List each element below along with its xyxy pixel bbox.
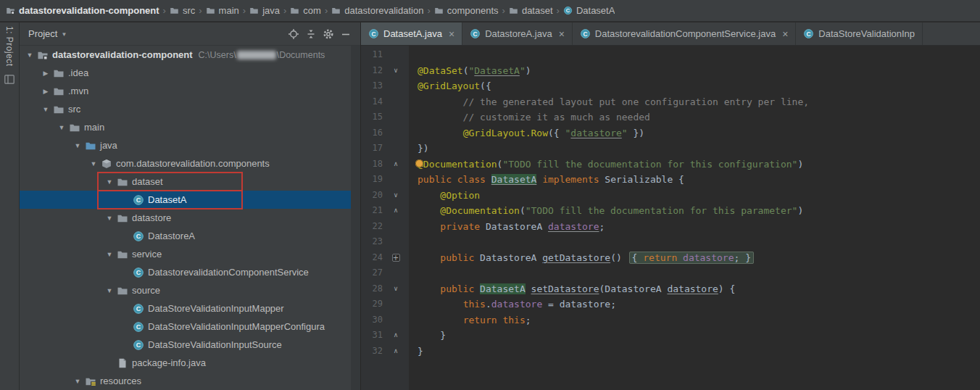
chevron-expanded-icon[interactable]: ▼: [23, 51, 36, 59]
code-text: public DatasetA setDatastore(DatastoreA …: [409, 281, 735, 297]
fold-marker-icon[interactable]: ∧: [383, 203, 409, 219]
chevron-expanded-icon[interactable]: ▼: [103, 178, 116, 186]
class-icon: C: [132, 194, 145, 206]
tree-row-resources[interactable]: ▼resources: [20, 372, 360, 390]
fold-gutter: [383, 109, 409, 125]
tree-row-service[interactable]: ▼service: [20, 245, 360, 263]
close-icon[interactable]: ×: [782, 28, 788, 40]
chevron-expanded-icon[interactable]: ▼: [103, 215, 116, 222]
project-scrollbar[interactable]: [351, 46, 360, 390]
line-number: 23: [361, 234, 383, 250]
svg-text:C: C: [136, 341, 141, 349]
breadcrumb-item-java[interactable]: java: [249, 5, 280, 16]
breadcrumb-item-src[interactable]: src: [170, 5, 195, 16]
fold-marker-icon[interactable]: ∨: [383, 188, 409, 204]
tree-row-dataseta[interactable]: CDatasetA: [20, 191, 360, 209]
breadcrumb-item-dataseta[interactable]: CDatasetA: [563, 5, 615, 16]
tree-row-com-datastorevalidation-components[interactable]: ▼com.datastorevalidation.components: [20, 154, 360, 173]
folded-code-region[interactable]: { return datastore; }: [629, 252, 754, 264]
folder-icon: [434, 6, 444, 15]
code-text: public class DatasetA implements Seriali…: [409, 172, 684, 188]
folded-plus-icon[interactable]: +: [392, 254, 400, 262]
close-icon[interactable]: ×: [449, 28, 454, 40]
code-line-15: 15 // customize it as much as needed: [361, 109, 980, 125]
editor-tab-dataseta-java[interactable]: CDatasetA.java×: [361, 22, 462, 45]
chevron-expanded-icon[interactable]: ▼: [71, 378, 84, 385]
fold-marker-icon[interactable]: ∧: [383, 328, 409, 344]
code-line-32: 32∧}: [361, 344, 980, 360]
fold-marker-icon[interactable]: ∨: [383, 63, 409, 79]
tool-window-stripe: 1: Project: [0, 22, 20, 390]
folder-icon: [116, 285, 129, 296]
editor-area: CDatasetA.java×CDatastoreA.java×CDatasto…: [360, 22, 980, 390]
settings-gear-icon[interactable]: [320, 25, 337, 43]
chevron-expanded-icon[interactable]: ▼: [103, 251, 116, 258]
line-number: 30: [361, 312, 383, 328]
tree-label: resources: [100, 376, 141, 386]
code-editor[interactable]: 1112∨@DataSet("DatasetA")13@GridLayout({…: [361, 46, 980, 390]
chevron-collapsed-icon[interactable]: ▶: [39, 70, 52, 77]
breadcrumb: datastorevalidation-component›src›main›j…: [6, 5, 615, 16]
tree-row-datastorevalidationinputmapperconfigura[interactable]: CDataStoreValidationInputMapperConfigura: [20, 318, 360, 336]
folder-icon: [170, 6, 179, 15]
locate-icon[interactable]: [285, 25, 302, 43]
tree-row-source[interactable]: ▼source: [20, 281, 360, 299]
hide-panel-icon[interactable]: [337, 25, 354, 43]
tree-row-src[interactable]: ▼src: [20, 100, 360, 118]
breadcrumb-item-main[interactable]: main: [206, 5, 239, 16]
tree-row-datastorevalidationcomponentservice[interactable]: CDatastorevalidationComponentService: [20, 263, 360, 281]
tree-row-datastorevalidationinputsource[interactable]: CDataStoreValidationInputSource: [20, 336, 360, 354]
breadcrumb-label: com: [303, 5, 321, 16]
tree-row-package-info-java[interactable]: package-info.java: [20, 354, 360, 372]
folder-icon: [52, 67, 65, 79]
class-icon: C: [470, 28, 481, 39]
breadcrumb-item-com[interactable]: com: [290, 5, 321, 16]
code-text: public DatastoreA getDatastore() { retur…: [409, 250, 754, 266]
tree-row-mvn[interactable]: ▶.mvn: [20, 82, 360, 100]
fold-gutter: [383, 172, 409, 188]
fold-marker-icon[interactable]: ∨: [383, 281, 409, 297]
tree-row-datastorevalidationinputmapper[interactable]: CDataStoreValidationInputMapper: [20, 299, 360, 318]
chevron-expanded-icon[interactable]: ▼: [103, 287, 116, 294]
fold-marker-icon[interactable]: +: [383, 250, 409, 266]
project-stripe-button[interactable]: 1: Project: [4, 26, 14, 67]
chevron-down-icon[interactable]: ▼: [61, 31, 67, 38]
tree-row-dataset[interactable]: ▼dataset: [20, 173, 360, 191]
editor-tab-datastorevalidationinp[interactable]: CDataStoreValidationInp: [796, 22, 923, 45]
chevron-expanded-icon[interactable]: ▼: [55, 124, 68, 131]
breadcrumb-item-components[interactable]: components: [434, 5, 499, 16]
class-icon: C: [563, 6, 573, 15]
code-text: [409, 265, 418, 281]
tree-label: .idea: [68, 67, 88, 78]
tree-row-main[interactable]: ▼main: [20, 118, 360, 136]
chevron-expanded-icon[interactable]: ▼: [71, 142, 84, 149]
code-text: @GridLayout.Row({ "datastore" }): [409, 125, 644, 141]
line-number: 17: [361, 141, 383, 157]
tree-row-java[interactable]: ▼java: [20, 136, 360, 154]
tree-row-datastorevalidation-component[interactable]: ▼datastorevalidation-componentC:\Users\\…: [20, 46, 360, 64]
code-text: @DataSet("DatasetA"): [409, 63, 531, 79]
line-number: 20: [361, 188, 383, 204]
folder-icon: [116, 176, 129, 188]
fold-marker-icon[interactable]: ∧: [383, 344, 409, 360]
breadcrumb-item-datastorevalidation-component[interactable]: datastorevalidation-component: [6, 5, 159, 16]
fold-marker-icon[interactable]: ∧: [383, 157, 409, 173]
code-line-31: 31∧ }: [361, 328, 980, 344]
chevron-expanded-icon[interactable]: ▼: [87, 160, 100, 167]
folder-resources-icon: [84, 376, 97, 387]
chevron-collapsed-icon[interactable]: ▶: [39, 88, 52, 95]
project-path: C:\Users\\Documents: [199, 50, 325, 60]
tree-row-idea[interactable]: ▶.idea: [20, 64, 360, 82]
editor-tab-datastorevalidationcomponentservice-java[interactable]: CDatastorevalidationComponentService.jav…: [573, 22, 797, 45]
breadcrumb-item-dataset[interactable]: dataset: [509, 5, 553, 16]
folder-icon: [331, 6, 341, 15]
code-text: }): [409, 141, 429, 157]
editor-tab-datastorea-java[interactable]: CDatastoreA.java×: [462, 22, 573, 45]
fold-gutter: [383, 47, 409, 63]
close-icon[interactable]: ×: [559, 28, 565, 40]
tree-row-datastore[interactable]: ▼datastore: [20, 209, 360, 227]
chevron-expanded-icon[interactable]: ▼: [39, 106, 52, 113]
collapse-all-icon[interactable]: [302, 25, 320, 43]
tree-row-datastorea[interactable]: CDatastoreA: [20, 227, 360, 245]
breadcrumb-item-datastorevalidation[interactable]: datastorevalidation: [331, 5, 423, 16]
